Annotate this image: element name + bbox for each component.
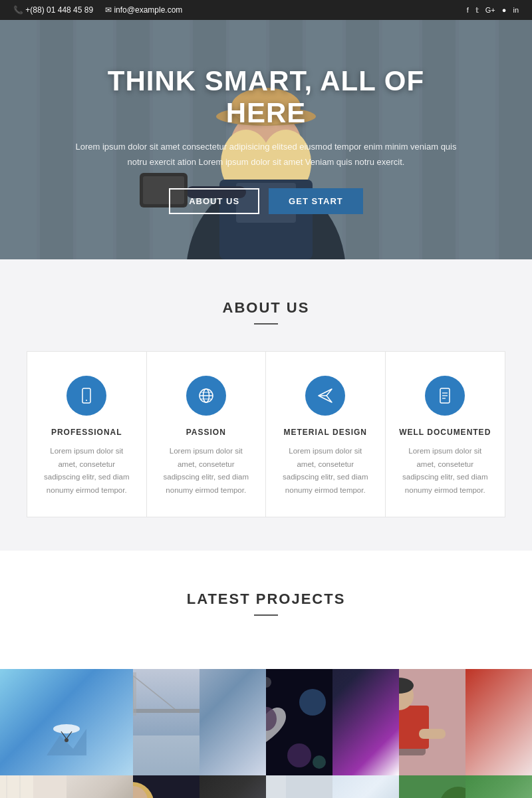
svg-rect-65 [419,729,446,739]
svg-point-44 [65,738,68,742]
bokeh-heart-icon [266,669,332,775]
professional-icon-circle [66,376,106,416]
feature-desc-passion: Lorem ipsum dolor sit amet, consetetur s… [160,445,253,497]
projects-section-title: LATEST PROJECTS [0,591,532,608]
material-icon-circle [305,376,345,416]
feature-desc-professional: Lorem ipsum dolor sit amet, consetetur s… [41,445,133,497]
facebook-icon[interactable]: f [467,6,469,14]
document-icon [436,387,454,404]
feature-title-passion: PASSION [160,428,253,437]
couple-reading-icon [399,775,466,798]
feature-passion: PASSION Lorem ipsum dolor sit amet, cons… [147,352,267,517]
about-section-title: ABOUT US [27,299,505,317]
about-us-button[interactable]: ABOUT US [169,188,259,214]
hero-subtitle: Lorem ipsum dolor sit amet consectetur a… [66,140,466,169]
email-info: ✉ info@example.com [105,5,182,15]
projects-grid [0,669,532,798]
svg-rect-50 [133,672,136,716]
hero-cta-buttons: ABOUT US GET START [66,188,466,214]
svg-point-54 [299,689,326,716]
svg-rect-99 [266,775,286,798]
project-tile-6[interactable] [133,775,266,798]
bridge-icon [133,669,200,775]
mail-icon: ✉ [105,5,112,15]
projects-section-divider [254,614,278,616]
project-tile-1[interactable] [0,669,133,775]
feature-documented: WELL DOCUMENTED Lorem ipsum dolor sit am… [386,352,505,517]
feature-material: METERIAL DESIGN Lorem ipsum dolor sit am… [266,352,386,517]
svg-point-56 [287,743,311,767]
project-tile-4[interactable] [399,669,532,775]
googleplus-icon[interactable]: G+ [485,6,495,14]
documented-icon-circle [425,376,465,416]
pinterest-icon[interactable]: ● [502,6,507,14]
projects-title-area: LATEST PROJECTS [0,591,532,669]
topbar-contact: 📞 +(88) 01 448 45 89 ✉ info@example.com [13,5,182,15]
phone-icon: 📞 [13,5,23,15]
svg-rect-69 [0,775,33,798]
send-icon [317,387,334,404]
dress-hands-icon [0,775,66,798]
hero-content: THINK SMART, ALL OF HERE Lorem ipsum dol… [53,52,479,227]
topbar: 📞 +(88) 01 448 45 89 ✉ info@example.com … [0,0,532,20]
globe-icon [198,387,215,404]
mobile-icon [78,387,95,404]
feature-professional: PROFESSIONAL Lorem ipsum dolor sit amet,… [27,352,147,517]
svg-rect-62 [399,706,429,749]
svg-rect-51 [133,735,200,775]
project-tile-5[interactable] [0,775,133,798]
get-start-button[interactable]: GET START [269,188,363,214]
feature-desc-documented: Lorem ipsum dolor sit amet, consetetur s… [399,445,492,497]
feature-title-documented: WELL DOCUMENTED [399,428,492,437]
svg-point-41 [53,724,80,733]
project-tile-3[interactable] [266,669,399,775]
svg-point-28 [86,400,87,401]
cafe-interior-icon [266,775,332,798]
hero-section: THINK SMART, ALL OF HERE Lorem ipsum dol… [0,20,532,259]
paraglider-icon [47,716,86,755]
svg-rect-46 [133,709,200,713]
project-tile-2[interactable] [133,669,266,775]
hero-title: THINK SMART, ALL OF HERE [66,65,466,129]
twitter-icon[interactable]: 𝕥 [475,6,479,15]
feature-title-professional: PROFESSIONAL [41,428,133,437]
linkedin-icon[interactable]: in [513,6,519,14]
project-tile-8[interactable] [399,775,532,798]
passion-icon-circle [186,376,226,416]
section-divider [254,323,278,325]
phone-info: 📞 +(88) 01 448 45 89 [13,5,93,15]
social-links[interactable]: f 𝕥 G+ ● in [467,6,519,15]
feature-desc-material: Lorem ipsum dolor sit amet, consetetur s… [279,445,372,497]
feature-title-material: METERIAL DESIGN [279,428,372,437]
project-tile-7[interactable] [266,775,399,798]
woman-phone-icon [133,775,200,798]
about-section: ABOUT US PROFESSIONAL Lorem ipsum dolor … [0,259,532,551]
features-grid: PROFESSIONAL Lorem ipsum dolor sit amet,… [27,351,505,517]
svg-point-58 [313,755,326,769]
reading-book-icon [399,669,466,775]
projects-section: LATEST PROJECTS [0,551,532,798]
